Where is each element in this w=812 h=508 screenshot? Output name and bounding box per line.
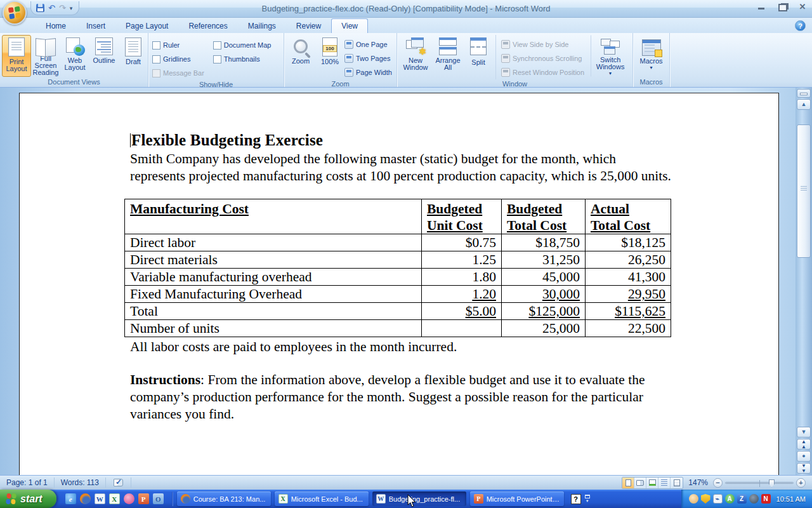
full-screen-reading-view-button[interactable] bbox=[634, 478, 646, 488]
taskbar-clock[interactable]: 10:51 AM bbox=[776, 495, 806, 503]
zoom-in-button[interactable]: + bbox=[796, 478, 806, 488]
zoom-button[interactable]: Zoom bbox=[286, 35, 315, 77]
scroll-up-button[interactable]: ▲ bbox=[797, 99, 811, 110]
table-row: Direct labor $0.75 $18,750 $18,125 bbox=[125, 234, 671, 251]
outlook-express-icon[interactable]: O bbox=[153, 493, 164, 504]
zoom-out-button[interactable]: − bbox=[713, 478, 723, 488]
gridlines-checkbox-row[interactable]: Gridlines bbox=[152, 52, 204, 66]
antivirus-icon[interactable]: A bbox=[725, 494, 735, 504]
messenger-icon[interactable] bbox=[689, 494, 698, 504]
tab-insert[interactable]: Insert bbox=[76, 18, 115, 33]
table-row: Number of units 25,000 22,500 bbox=[125, 320, 671, 337]
web-layout-view-button[interactable] bbox=[646, 478, 658, 488]
zoom-slider: − + bbox=[713, 478, 806, 488]
one-page-button[interactable]: One Page bbox=[344, 37, 392, 51]
powerpoint-task-icon: P bbox=[474, 494, 483, 504]
macros-dropdown-icon: ▾ bbox=[650, 65, 652, 70]
security-shield-icon[interactable] bbox=[701, 494, 710, 504]
tab-mailings[interactable]: Mailings bbox=[238, 18, 286, 33]
volume-icon[interactable] bbox=[749, 494, 759, 504]
office-button[interactable] bbox=[3, 1, 27, 25]
draft-view-button[interactable] bbox=[671, 478, 683, 488]
draft-button[interactable]: Draft bbox=[119, 35, 148, 77]
ribbon: Print Layout Full Screen Reading Web Lay… bbox=[0, 33, 812, 88]
view-side-by-side-icon bbox=[501, 40, 510, 49]
tab-review[interactable]: Review bbox=[286, 18, 331, 33]
task-button-firefox-course[interactable]: Course: BA 213: Man... bbox=[177, 491, 271, 506]
window-title: Budgeting_practice-flex.doc (Read-Only) … bbox=[0, 4, 812, 13]
norton-icon[interactable]: N bbox=[761, 494, 771, 504]
thumbnails-checkbox[interactable] bbox=[213, 55, 221, 64]
restore-button[interactable] bbox=[778, 3, 787, 11]
page-indicator[interactable]: Page: 1 of 1 bbox=[0, 478, 55, 488]
document-page[interactable]: Flexible Budgeting Exercise Smith Compan… bbox=[19, 93, 779, 475]
next-page-button[interactable]: ▼▼ bbox=[797, 463, 811, 474]
tab-references[interactable]: References bbox=[178, 18, 237, 33]
proofing-status[interactable] bbox=[106, 478, 131, 488]
document-map-checkbox[interactable] bbox=[213, 41, 221, 50]
print-layout-view-button[interactable] bbox=[622, 478, 634, 488]
arrange-all-icon bbox=[439, 37, 457, 55]
zoom-100-button[interactable]: 100 100% bbox=[315, 35, 344, 77]
tab-page-layout[interactable]: Page Layout bbox=[115, 18, 178, 33]
scrollbar-thumb[interactable] bbox=[797, 124, 811, 258]
one-page-icon bbox=[344, 40, 353, 49]
zoom-level[interactable]: 147% bbox=[688, 478, 708, 487]
system-tray: ⌁ A Z N 10:51 AM bbox=[681, 490, 812, 508]
zoom-slider-thumb[interactable] bbox=[769, 479, 775, 488]
help-icon[interactable]: ? bbox=[795, 20, 806, 31]
tab-home[interactable]: Home bbox=[36, 18, 76, 33]
outline-button[interactable]: Outline bbox=[89, 35, 119, 77]
tools-icon[interactable]: ⌁ bbox=[713, 494, 723, 504]
start-button[interactable]: start bbox=[0, 490, 56, 508]
full-screen-reading-icon bbox=[36, 39, 56, 53]
print-layout-button[interactable]: Print Layout bbox=[2, 35, 31, 77]
vertical-scrollbar[interactable]: ▲ ▼ ▲▲ ● ▼▼ bbox=[796, 88, 812, 475]
page-width-button[interactable]: Page Width bbox=[344, 65, 392, 79]
language-bar-help-icon[interactable]: ? bbox=[571, 494, 581, 504]
minimize-button[interactable] bbox=[757, 3, 766, 11]
two-pages-button[interactable]: Two Pages bbox=[344, 51, 392, 65]
view-side-by-side-button: View Side by Side bbox=[501, 37, 584, 51]
access-icon[interactable] bbox=[124, 493, 134, 504]
text-cursor bbox=[130, 133, 131, 147]
macros-button[interactable]: Macros ▾ bbox=[636, 35, 667, 77]
document-map-checkbox-row[interactable]: Document Map bbox=[213, 38, 272, 52]
ruler-checkbox[interactable] bbox=[152, 41, 160, 50]
group-label-zoom: Zoom bbox=[284, 79, 396, 88]
internet-explorer-icon[interactable]: e bbox=[65, 493, 76, 504]
split-button[interactable]: Split bbox=[464, 35, 493, 77]
ruler-toggle-button[interactable] bbox=[797, 89, 811, 98]
new-window-button[interactable]: ✱ New Window bbox=[399, 35, 432, 77]
powerpoint-quicklaunch-icon[interactable]: P bbox=[138, 493, 149, 504]
z-app-icon[interactable]: Z bbox=[737, 494, 747, 504]
ruler-checkbox-row[interactable]: Ruler bbox=[152, 38, 204, 52]
two-pages-icon bbox=[344, 54, 353, 63]
firefox-icon[interactable] bbox=[80, 493, 91, 504]
split-icon bbox=[470, 37, 487, 55]
zoom-100-icon: 100 bbox=[322, 37, 337, 57]
task-button-powerpoint[interactable]: P Microsoft PowerPoint ... bbox=[470, 491, 564, 506]
tab-view[interactable]: View bbox=[331, 18, 368, 33]
zoom-slider-track[interactable] bbox=[725, 482, 794, 484]
outline-view-button[interactable] bbox=[658, 478, 671, 488]
task-button-word-active[interactable]: W Budgeting_practice-fl... bbox=[372, 491, 466, 506]
word-quicklaunch-icon[interactable]: W bbox=[95, 493, 105, 504]
title-bar: ↶ ↷ ▾ Budgeting_practice-flex.doc (Read-… bbox=[0, 0, 812, 18]
web-layout-button[interactable]: Web Layout bbox=[60, 35, 89, 77]
full-screen-reading-button[interactable]: Full Screen Reading bbox=[31, 35, 60, 77]
ribbon-tab-strip: Home Insert Page Layout References Maili… bbox=[0, 18, 812, 33]
excel-quicklaunch-icon[interactable]: X bbox=[109, 493, 120, 504]
switch-windows-button[interactable]: Switch Windows ▾ bbox=[591, 35, 630, 77]
message-bar-checkbox-row: Message Bar bbox=[152, 66, 204, 80]
previous-page-button[interactable]: ▲▲ bbox=[797, 439, 811, 450]
close-button[interactable]: ✕ bbox=[798, 3, 807, 11]
gridlines-checkbox[interactable] bbox=[152, 55, 160, 64]
scroll-down-button[interactable]: ▼ bbox=[797, 427, 811, 438]
word-count[interactable]: Words: 113 bbox=[55, 478, 106, 488]
task-button-excel[interactable]: X Microsoft Excel - Bud... bbox=[275, 491, 369, 506]
language-bar-restore-icon[interactable]: ▾ bbox=[585, 495, 590, 503]
select-browse-object-button[interactable]: ● bbox=[797, 451, 811, 462]
arrange-all-button[interactable]: Arrange All bbox=[432, 35, 464, 77]
thumbnails-checkbox-row[interactable]: Thumbnails bbox=[213, 52, 272, 66]
